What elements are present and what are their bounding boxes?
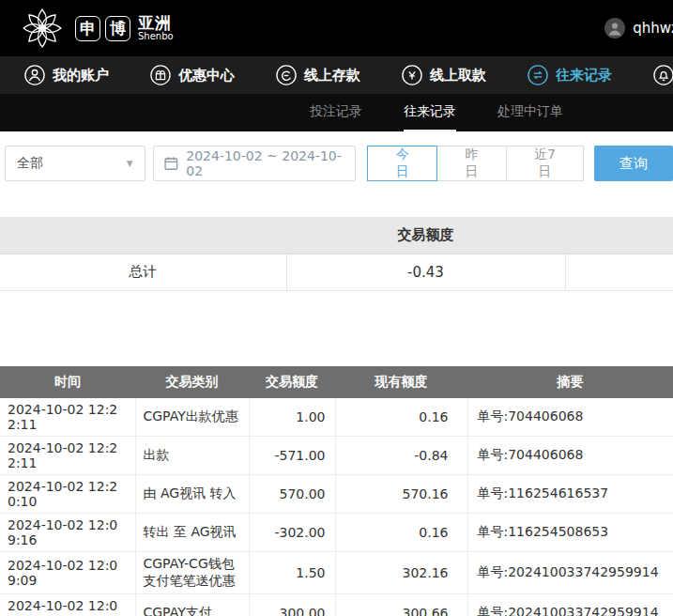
- cell-summary: 单号:704406068: [467, 398, 673, 437]
- cell-time: 2024-10-02 12:09:09: [0, 551, 135, 593]
- cell-balance: 0.16: [335, 513, 467, 551]
- cell-time: 2024-10-02 12:20:10: [0, 474, 135, 513]
- transactions-body: 2024-10-02 12:22:11CGPAY出款优惠1.000.16单号:7…: [0, 398, 673, 616]
- cell-balance: 300.66: [335, 593, 467, 616]
- nav-item-deposit[interactable]: 线上存款: [276, 65, 360, 85]
- cell-summary: 单号:116254616537: [467, 474, 673, 513]
- summary-total-value: -0.43: [286, 254, 565, 290]
- chevron-down-icon: ▼: [127, 159, 133, 168]
- main-nav: 我的账户 优惠中心 线上存款 线上取款: [0, 56, 673, 94]
- nav-label: 优惠中心: [178, 67, 235, 85]
- deposit-icon: [276, 65, 297, 85]
- brand-logo[interactable]: 申 博 亚洲 Shenbo: [21, 7, 174, 50]
- cell-amount: -571.00: [249, 436, 335, 474]
- date-range-value: 2024-10-02 ~ 2024-10-02: [186, 148, 345, 178]
- nav-label: 我的账户: [53, 67, 109, 85]
- topbar: 申 博 亚洲 Shenbo qhhwz: [0, 0, 673, 56]
- last7days-button[interactable]: 近7日: [506, 146, 584, 181]
- transactions-header-row: 时间 交易类别 交易额度 现有额度 摘要: [0, 366, 673, 398]
- table-row: 2024-10-02 12:09:09CGPAY支付300.00300.66单号…: [0, 593, 673, 616]
- col-header-balance: 现有额度: [335, 366, 467, 398]
- cell-type: 转出 至 AG视讯: [135, 513, 249, 551]
- brand-char-shen: 申: [75, 16, 100, 41]
- cell-summary: 单号:116254508653: [467, 513, 673, 551]
- nav-item-promotions[interactable]: 优惠中心: [150, 65, 235, 85]
- user-account[interactable]: qhhwz: [604, 17, 673, 39]
- summary-table: 交易额度 总计 -0.43: [0, 217, 673, 291]
- col-header-amount: 交易额度: [249, 366, 335, 398]
- username-label: qhhwz: [633, 20, 673, 37]
- user-icon: [24, 65, 45, 85]
- cell-balance: 0.16: [335, 398, 467, 437]
- cell-type: 出款: [135, 436, 249, 474]
- cell-amount: 300.00: [249, 593, 335, 616]
- nav-item-withdraw[interactable]: 线上取款: [402, 65, 486, 85]
- tab-processing-orders[interactable]: 处理中订单: [497, 94, 563, 131]
- nav-label: 往来记录: [556, 67, 612, 85]
- lotus-flower-icon: [21, 7, 64, 50]
- col-header-summary: 摘要: [467, 366, 673, 398]
- brand-char-bo: 博: [105, 16, 130, 41]
- tab-transaction-records[interactable]: 往来记录: [404, 94, 456, 131]
- summary-header-row: 交易额度: [0, 217, 673, 254]
- nav-label: 线上存款: [304, 67, 360, 85]
- table-row: 2024-10-02 12:22:11出款-571.00-0.84单号:7044…: [0, 436, 673, 474]
- nav-item-messages[interactable]: 信息: [653, 65, 673, 85]
- cell-type: CGPAY出款优惠: [135, 398, 249, 437]
- quick-range-group: 今日 昨日 近7日: [367, 146, 584, 181]
- nav-label: 线上取款: [430, 67, 486, 85]
- date-range-input[interactable]: 2024-10-02 ~ 2024-10-02: [153, 146, 357, 181]
- cell-summary: 单号:202410033742959914: [467, 551, 673, 593]
- col-header-time: 时间: [0, 366, 135, 398]
- table-row: 2024-10-02 12:09:16转出 至 AG视讯-302.000.16单…: [0, 513, 673, 551]
- brand-region-label: 亚洲: [138, 15, 174, 32]
- records-icon: [528, 65, 548, 85]
- summary-header-label: 交易额度: [286, 217, 565, 254]
- cell-balance: 570.16: [335, 474, 467, 513]
- summary-total-row: 总计 -0.43: [0, 254, 673, 290]
- bell-icon: [653, 65, 673, 85]
- cell-amount: -302.00: [249, 513, 335, 551]
- col-header-type: 交易类别: [135, 366, 249, 398]
- records-subnav: 投注记录 往来记录 处理中订单: [0, 94, 673, 131]
- nav-item-transaction-records[interactable]: 往来记录: [528, 65, 612, 85]
- cell-amount: 1.00: [249, 398, 335, 437]
- cell-balance: 302.16: [335, 551, 467, 593]
- cell-type: 由 AG视讯 转入: [135, 474, 249, 513]
- user-avatar-icon: [604, 17, 626, 39]
- cell-amount: 570.00: [249, 474, 335, 513]
- cell-summary: 单号:704406068: [467, 436, 673, 474]
- withdraw-icon: [402, 65, 422, 85]
- type-select-value: 全部: [17, 155, 43, 172]
- today-button[interactable]: 今日: [367, 146, 437, 181]
- cell-type: CGPAY支付: [135, 593, 249, 616]
- calendar-icon: [163, 155, 179, 172]
- table-row: 2024-10-02 12:20:10由 AG视讯 转入570.00570.16…: [0, 474, 673, 513]
- cell-amount: 1.50: [249, 551, 335, 593]
- gift-icon: [150, 65, 171, 85]
- nav-item-my-account[interactable]: 我的账户: [24, 65, 109, 85]
- cell-time: 2024-10-02 12:22:11: [0, 398, 135, 437]
- table-row: 2024-10-02 12:09:09CGPAY-CG钱包支付笔笔送优惠1.50…: [0, 551, 673, 593]
- cell-time: 2024-10-02 12:09:16: [0, 513, 135, 551]
- brand-en-label: Shenbo: [138, 32, 174, 42]
- type-select[interactable]: 全部 ▼: [5, 146, 145, 181]
- cell-time: 2024-10-02 12:09:09: [0, 593, 135, 616]
- brand-wordmark: 申 博 亚洲 Shenbo: [75, 15, 174, 41]
- filter-bar: 全部 ▼ 2024-10-02 ~ 2024-10-02 今日 昨日 近7日 查…: [0, 131, 673, 181]
- tab-betting-records[interactable]: 投注记录: [310, 94, 362, 131]
- table-row: 2024-10-02 12:22:11CGPAY出款优惠1.000.16单号:7…: [0, 398, 673, 437]
- cell-time: 2024-10-02 12:22:11: [0, 436, 135, 474]
- query-button[interactable]: 查询: [594, 146, 673, 181]
- summary-total-label: 总计: [0, 254, 286, 290]
- cell-summary: 单号:202410033742959914: [467, 593, 673, 616]
- cell-type: CGPAY-CG钱包支付笔笔送优惠: [135, 551, 249, 593]
- cell-balance: -0.84: [335, 436, 467, 474]
- transactions-table: 时间 交易类别 交易额度 现有额度 摘要 2024-10-02 12:22:11…: [0, 366, 673, 616]
- yesterday-button[interactable]: 昨日: [436, 146, 507, 181]
